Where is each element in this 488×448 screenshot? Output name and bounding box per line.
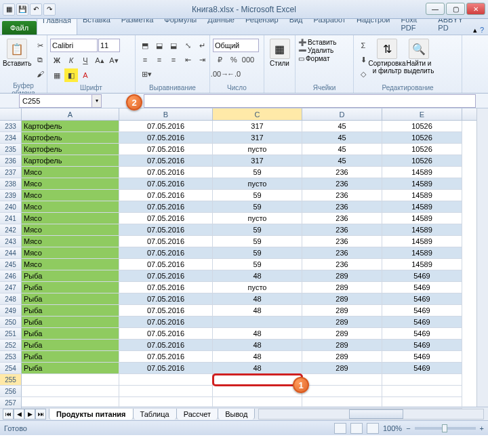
row-header[interactable]: 249 (0, 305, 22, 317)
cell[interactable]: 236 (302, 201, 382, 213)
increase-indent-icon[interactable]: ⇥ (195, 53, 209, 66)
cell[interactable]: Мясо (22, 190, 119, 201)
cell[interactable]: 07.05.2016 (119, 132, 213, 144)
align-right-icon[interactable]: ≡ (167, 53, 180, 66)
row-header[interactable]: 233 (0, 121, 22, 132)
cell[interactable]: 48 (213, 270, 302, 282)
cell[interactable]: 07.05.2016 (119, 236, 213, 247)
maximize-button[interactable]: ▢ (446, 3, 465, 15)
cell[interactable]: 07.05.2016 (119, 317, 213, 328)
row-header[interactable]: 242 (0, 224, 22, 236)
cell[interactable]: 14589 (382, 236, 462, 247)
insert-cells-button[interactable]: ➕Вставить (298, 39, 336, 46)
cell[interactable]: 5469 (382, 363, 462, 374)
minimize-ribbon-icon[interactable]: ▴ (473, 26, 477, 35)
cell[interactable]: 236 (302, 190, 382, 201)
sheet-nav-last[interactable]: ⏭ (35, 409, 46, 420)
zoom-thumb[interactable] (442, 424, 447, 432)
cell[interactable]: 07.05.2016 (119, 155, 213, 167)
sort-filter-button[interactable]: ⇅ Сортировка и фильтр (372, 39, 402, 75)
close-button[interactable]: ✕ (466, 3, 485, 15)
cell[interactable]: Рыба (22, 270, 119, 282)
cell[interactable]: 59 (213, 236, 302, 247)
zoom-in-button[interactable]: + (480, 424, 484, 432)
cell[interactable]: 07.05.2016 (119, 190, 213, 201)
cell[interactable]: 5469 (382, 317, 462, 328)
cell[interactable]: 07.05.2016 (119, 340, 213, 351)
cell[interactable]: 289 (302, 328, 382, 340)
scrollbar-thumb[interactable] (349, 409, 403, 419)
cell[interactable]: Рыба (22, 340, 119, 351)
align-middle-icon[interactable]: ⬓ (152, 39, 166, 52)
cell[interactable]: 10526 (382, 155, 462, 167)
column-header-c[interactable]: C (213, 108, 302, 120)
row-header[interactable]: 245 (0, 259, 22, 270)
save-button[interactable]: 💾 (16, 3, 28, 16)
cell[interactable]: Мясо (22, 236, 119, 247)
cell[interactable]: 5469 (382, 305, 462, 317)
italic-button[interactable]: К (64, 54, 78, 67)
cell[interactable]: 45 (302, 144, 382, 155)
sheet-tab[interactable]: Рассчет (176, 408, 219, 420)
page-break-view-button[interactable] (367, 423, 379, 434)
cell[interactable]: пусто (213, 178, 302, 190)
autosum-icon[interactable]: Σ (357, 39, 370, 52)
cell[interactable]: 48 (213, 351, 302, 363)
cell[interactable]: 5469 (382, 328, 462, 340)
comma-icon[interactable]: 000 (241, 53, 255, 66)
cell[interactable] (119, 386, 213, 397)
cell[interactable]: пусто (213, 144, 302, 155)
cell[interactable]: Мясо (22, 259, 119, 270)
decrease-indent-icon[interactable]: ⇤ (181, 53, 195, 66)
row-header[interactable]: 253 (0, 351, 22, 363)
align-bottom-icon[interactable]: ⬓ (167, 39, 180, 52)
increase-decimal-icon[interactable]: .00→ (213, 67, 226, 81)
cell[interactable]: 10526 (382, 144, 462, 155)
name-box-dropdown[interactable]: ▾ (92, 94, 102, 108)
cell[interactable]: Картофель (22, 132, 119, 144)
cell[interactable]: 289 (302, 305, 382, 317)
cell[interactable]: 289 (302, 363, 382, 374)
font-size-select[interactable] (98, 39, 120, 52)
paste-button[interactable]: 📋 Вставить (3, 39, 31, 67)
cell[interactable]: Картофель (22, 155, 119, 167)
cell[interactable]: 5469 (382, 282, 462, 293)
cell[interactable]: 289 (302, 317, 382, 328)
cell[interactable]: 07.05.2016 (119, 363, 213, 374)
cell[interactable] (119, 397, 213, 409)
row-header[interactable]: 238 (0, 178, 22, 190)
cell[interactable]: 59 (213, 259, 302, 270)
formula-input[interactable] (144, 94, 476, 108)
cell[interactable]: 5469 (382, 351, 462, 363)
cell[interactable]: 45 (302, 132, 382, 144)
align-left-icon[interactable]: ≡ (138, 53, 152, 66)
cell[interactable] (382, 374, 462, 386)
decrease-decimal-icon[interactable]: ←.0 (227, 67, 241, 81)
cell[interactable]: 317 (213, 121, 302, 132)
cell[interactable]: 59 (213, 247, 302, 259)
row-header[interactable]: 250 (0, 317, 22, 328)
row-header[interactable]: 252 (0, 340, 22, 351)
select-all-corner[interactable] (0, 108, 22, 120)
currency-icon[interactable]: ₽ (213, 53, 226, 66)
sheet-tab[interactable]: Таблица (133, 408, 177, 420)
cell[interactable]: 236 (302, 178, 382, 190)
cell[interactable]: Рыба (22, 282, 119, 293)
row-header[interactable]: 234 (0, 132, 22, 144)
merge-icon[interactable]: ⊞▾ (138, 67, 155, 81)
align-center-icon[interactable]: ≡ (152, 53, 166, 66)
cell[interactable]: 07.05.2016 (119, 328, 213, 340)
cell[interactable]: Рыба (22, 317, 119, 328)
horizontal-scrollbar[interactable] (258, 409, 484, 420)
cell[interactable]: 59 (213, 201, 302, 213)
cell[interactable]: 14589 (382, 167, 462, 178)
cell[interactable]: 07.05.2016 (119, 305, 213, 317)
minimize-button[interactable]: — (426, 3, 445, 15)
row-header[interactable]: 255 (0, 374, 22, 386)
cell[interactable] (382, 386, 462, 397)
sheet-tab[interactable]: Вывод (218, 408, 255, 420)
cell[interactable]: Мясо (22, 167, 119, 178)
fill-color-button[interactable]: ◧ (64, 68, 78, 82)
file-tab[interactable]: Файл (2, 21, 37, 35)
cell[interactable] (382, 397, 462, 409)
